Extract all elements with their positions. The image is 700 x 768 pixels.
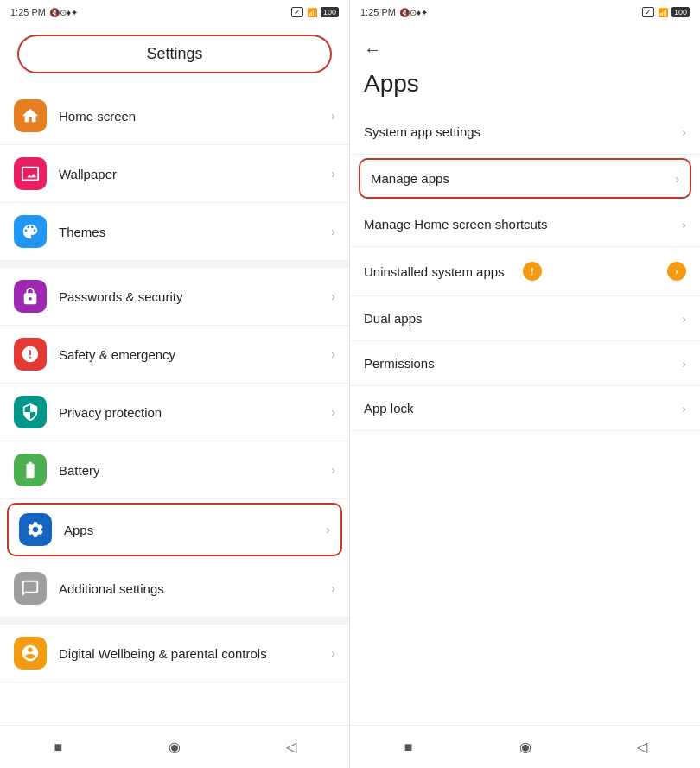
apps-header: ←: [350, 24, 700, 67]
home-screen-chevron: ›: [331, 109, 335, 123]
manage-apps-chevron: ›: [675, 172, 679, 186]
dual-apps-chevron: ›: [682, 312, 686, 326]
nav-back-btn-right[interactable]: ◁: [629, 734, 655, 760]
themes-label: Themes: [59, 225, 331, 239]
system-settings-label: System app settings: [364, 124, 682, 139]
settings-item-passwords[interactable]: Passwords & security ›: [0, 268, 349, 326]
nav-square-btn-right[interactable]: ■: [396, 734, 422, 760]
settings-item-apps[interactable]: Apps ›: [7, 503, 342, 556]
wallpaper-chevron: ›: [331, 167, 335, 181]
permissions-label: Permissions: [364, 356, 682, 371]
left-phone-panel: 1:25 PM 🔇⊙♦✦ ✓ 📶 100 Settings Home scree…: [0, 0, 350, 768]
settings-item-wellbeing[interactable]: Digital Wellbeing & parental controls ›: [0, 625, 349, 682]
apps-item-dual-apps[interactable]: Dual apps ›: [350, 296, 700, 341]
apps-item-manage-home[interactable]: Manage Home screen shortcuts ›: [350, 202, 700, 247]
safety-chevron: ›: [331, 347, 335, 361]
status-time-right: 1:25 PM 🔇⊙♦✦: [360, 7, 428, 17]
settings-item-home-screen[interactable]: Home screen ›: [0, 87, 349, 145]
additional-chevron: ›: [331, 581, 335, 595]
status-right-icons-right: ✓ 📶 100: [642, 7, 690, 17]
home-screen-icon: [14, 99, 47, 132]
settings-header: Settings: [0, 24, 349, 87]
apps-icon: [19, 513, 52, 546]
settings-item-privacy[interactable]: Privacy protection ›: [0, 384, 349, 441]
passwords-label: Passwords & security: [59, 289, 331, 304]
apps-item-permissions[interactable]: Permissions ›: [350, 341, 700, 386]
back-icon-right: ◁: [637, 739, 647, 755]
privacy-label: Privacy protection: [59, 405, 331, 420]
back-arrow-button[interactable]: ←: [364, 33, 381, 67]
settings-item-safety[interactable]: Safety & emergency ›: [0, 326, 349, 384]
divider-1: [0, 261, 349, 268]
apps-item-system-settings[interactable]: System app settings ›: [350, 110, 700, 155]
nav-back-btn-left[interactable]: ◁: [278, 734, 304, 760]
app-lock-label: App lock: [364, 401, 682, 416]
square-icon-left: ■: [54, 739, 62, 755]
nav-circle-btn-left[interactable]: ◉: [162, 734, 188, 760]
manage-home-label: Manage Home screen shortcuts: [364, 217, 682, 232]
time-right: 1:25 PM: [360, 7, 396, 17]
apps-list-spacer: [350, 431, 700, 517]
themes-chevron: ›: [331, 225, 335, 238]
battery-chevron: ›: [331, 463, 335, 477]
right-status-bar: 1:25 PM 🔇⊙♦✦ ✓ 📶 100: [350, 0, 700, 24]
wellbeing-icon: [14, 637, 47, 670]
status-right-icons-left: ✓ 📶 100: [291, 7, 339, 17]
permissions-chevron: ›: [682, 357, 686, 371]
settings-item-battery[interactable]: Battery ›: [0, 441, 349, 499]
right-phone-panel: 1:25 PM 🔇⊙♦✦ ✓ 📶 100 ← Apps System app s…: [350, 0, 700, 768]
settings-list: Home screen › Wallpaper › Themes › Passw…: [0, 87, 349, 725]
home-screen-label: Home screen: [59, 109, 331, 124]
settings-item-wallpaper[interactable]: Wallpaper ›: [0, 145, 349, 203]
settings-title: Settings: [17, 35, 332, 73]
nav-circle-btn-right[interactable]: ◉: [512, 734, 538, 760]
wellbeing-chevron: ›: [331, 646, 335, 660]
apps-item-uninstalled[interactable]: Uninstalled system apps ! ›: [350, 247, 700, 296]
wellbeing-label: Digital Wellbeing & parental controls: [59, 646, 331, 661]
uninstalled-badge-right: ›: [667, 262, 686, 281]
apps-item-app-lock[interactable]: App lock ›: [350, 386, 700, 431]
status-time-left: 1:25 PM 🔇⊙♦✦: [10, 7, 78, 17]
battery-icon: [14, 454, 47, 486]
privacy-chevron: ›: [331, 405, 335, 419]
manage-home-chevron: ›: [682, 218, 686, 232]
list-bottom-spacer: [0, 682, 349, 725]
additional-label: Additional settings: [59, 581, 331, 596]
safety-icon: [14, 338, 47, 371]
uninstalled-label: Uninstalled system apps: [364, 264, 664, 279]
themes-icon: [14, 215, 47, 248]
nav-square-btn-left[interactable]: ■: [45, 734, 71, 760]
left-status-bar: 1:25 PM 🔇⊙♦✦ ✓ 📶 100: [0, 0, 349, 24]
dual-apps-label: Dual apps: [364, 311, 682, 326]
circle-icon-right: ◉: [519, 739, 531, 755]
badge-icon: !: [531, 267, 533, 276]
additional-icon: [14, 572, 47, 605]
passwords-icon: [14, 280, 47, 313]
privacy-icon: [14, 396, 47, 428]
apps-list: System app settings › Manage apps › Mana…: [350, 110, 700, 725]
apps-item-manage-apps[interactable]: Manage apps ›: [359, 158, 691, 199]
wallpaper-label: Wallpaper: [59, 167, 331, 181]
system-settings-chevron: ›: [682, 125, 686, 139]
safety-label: Safety & emergency: [59, 347, 331, 362]
apps-label: Apps: [64, 523, 326, 537]
square-icon-right: ■: [404, 739, 413, 755]
passwords-chevron: ›: [331, 289, 335, 303]
signal-icons-right: 🔇⊙♦✦: [399, 8, 428, 17]
left-bottom-nav: ■ ◉ ◁: [0, 725, 349, 768]
signal-icons-left: 🔇⊙♦✦: [49, 8, 78, 17]
settings-item-additional[interactable]: Additional settings ›: [0, 560, 349, 618]
battery-label: Battery: [59, 463, 331, 478]
right-bottom-nav: ■ ◉ ◁: [350, 725, 700, 768]
wallpaper-icon: [14, 157, 47, 190]
time-left: 1:25 PM: [10, 7, 46, 17]
back-icon-left: ◁: [286, 739, 296, 755]
circle-icon-left: ◉: [169, 739, 181, 755]
app-lock-chevron: ›: [682, 402, 686, 416]
uninstalled-badge: !: [523, 262, 542, 281]
manage-apps-label: Manage apps: [371, 171, 675, 186]
apps-chevron: ›: [326, 523, 330, 536]
divider-2: [0, 618, 349, 625]
apps-page-title: Apps: [350, 67, 700, 110]
settings-item-themes[interactable]: Themes ›: [0, 203, 349, 261]
